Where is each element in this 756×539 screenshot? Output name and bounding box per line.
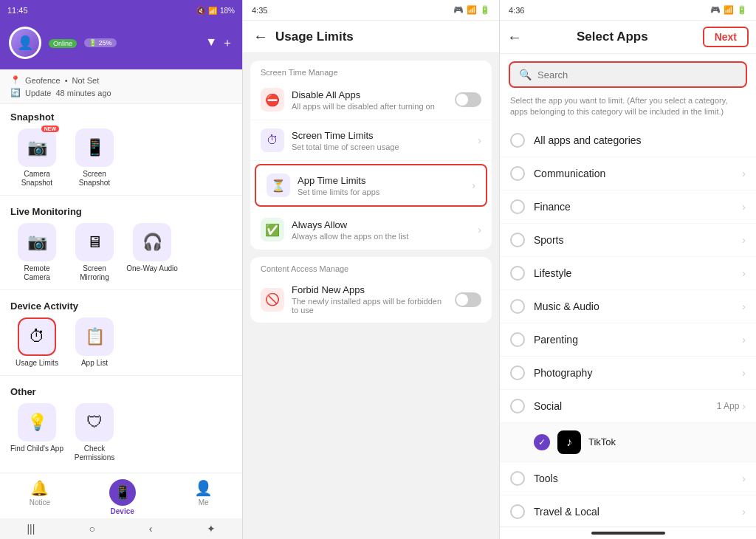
category-sports[interactable]: Sports ›: [500, 224, 756, 257]
app-list-icon: 📋: [85, 327, 105, 346]
battery-1: 18%: [220, 7, 235, 15]
expand-icon[interactable]: ▼: [205, 35, 217, 51]
sys-assist-btn[interactable]: ✦: [207, 523, 216, 535]
back-button-3[interactable]: ←: [507, 29, 522, 46]
time-3: 4:36: [509, 6, 524, 15]
category-music-audio[interactable]: Music & Audio ›: [500, 290, 756, 323]
audio-icon: 🎧: [142, 233, 162, 252]
forbid-new-apps-toggle[interactable]: [455, 292, 481, 307]
app-time-limits-row[interactable]: ⏳ App Time Limits Set time limits for ap…: [256, 165, 486, 205]
category-tools[interactable]: Tools ›: [500, 462, 756, 495]
other-title: Other: [10, 386, 232, 397]
back-button-2[interactable]: ←: [253, 28, 268, 45]
find-childs-icon-box: 💡: [18, 403, 56, 442]
category-parenting[interactable]: Parenting ›: [500, 323, 756, 357]
radio-finance: [510, 199, 525, 214]
disable-apps-sub: All apps will be disabled after turning …: [292, 102, 449, 111]
panel3-title: Select Apps: [522, 30, 703, 44]
screen-mirroring-icon: 🖥: [86, 233, 103, 252]
category-tools-label: Tools: [534, 473, 742, 484]
always-allow-row[interactable]: ✅ Always Allow Always allow the apps on …: [250, 210, 492, 250]
radio-tools: [510, 471, 525, 486]
geofence-row: 📍 Geofence • Not Set: [10, 74, 232, 86]
category-all[interactable]: All apps and categories: [500, 124, 756, 157]
app-time-limits-right: ›: [472, 179, 475, 191]
panel-middle: 4:35 🎮 📶 🔋 ← Usage Limits Screen Time Ma…: [242, 0, 499, 539]
sys-menu-btn[interactable]: |||: [27, 523, 35, 535]
tiktok-check: ✓: [534, 434, 550, 450]
screen-mirroring-item[interactable]: 🖥 Screen Mirroring: [68, 223, 121, 282]
usage-limits-item[interactable]: ⏱ Usage Limits: [10, 317, 63, 368]
divider-3: [0, 375, 242, 376]
screen-mirroring-label: Screen Mirroring: [68, 264, 121, 282]
screen-time-header: Screen Time Manage: [250, 61, 492, 80]
forbid-new-apps-row[interactable]: 🚫 Forbid New Apps The newly installed ap…: [250, 276, 492, 323]
remote-camera-item[interactable]: 📷 Remote Camera: [10, 223, 63, 282]
radio-travel-local: [510, 504, 525, 519]
geofence-icon: 📍: [10, 75, 21, 85]
tiktok-row[interactable]: ✓ ♪ TikTok: [500, 423, 756, 462]
app-list-label: App List: [81, 359, 108, 368]
panel-right: 4:36 🎮 📶 🔋 ← Select Apps Next 🔍 Select t…: [499, 0, 756, 539]
status-icons-3: 🎮 📶 🔋: [710, 5, 747, 15]
snapshot-grid: 📷 NEW Camera Snapshot 📱 Screen Snapshot: [10, 128, 232, 188]
search-box[interactable]: 🔍: [509, 61, 747, 88]
find-childs-app-item[interactable]: 💡 Find Child's App: [10, 403, 63, 462]
search-input[interactable]: [537, 69, 737, 80]
forbid-new-apps-right: [455, 292, 481, 307]
disable-apps-title: Disable All Apps: [292, 89, 449, 100]
geofence-value: Not Set: [72, 76, 100, 85]
snapshot-section: Snapshot 📷 NEW Camera Snapshot 📱 Screen …: [0, 104, 242, 192]
screen-time-limits-sub: Set total time of screen usage: [292, 143, 472, 151]
category-sports-label: Sports: [534, 234, 742, 246]
panel-left: 11:45 🔇 📶 18% 👤 Online 🔋 25% ▼ ＋ 📍 G: [0, 0, 242, 539]
avatar: 👤: [9, 27, 41, 59]
category-lifestyle-label: Lifestyle: [534, 267, 742, 279]
travel-local-chevron: ›: [742, 506, 746, 518]
app-time-limits-highlight: ⏳ App Time Limits Set time limits for ap…: [255, 164, 487, 207]
remote-camera-icon: 📷: [27, 233, 47, 252]
other-grid: 💡 Find Child's App 🛡 Check Permissions: [10, 403, 232, 462]
status-icons-2: 🎮 📶 🔋: [453, 5, 490, 15]
camera-snapshot-label: Camera Snapshot: [10, 170, 63, 188]
forbid-new-apps-text: Forbid New Apps The newly installed apps…: [292, 284, 449, 315]
camera-icon: 📷: [27, 138, 47, 157]
search-icon: 🔍: [519, 69, 532, 80]
category-communication[interactable]: Communication ›: [500, 157, 756, 190]
communication-chevron: ›: [742, 168, 746, 179]
radio-sports: [510, 233, 525, 247]
new-badge: NEW: [41, 126, 59, 132]
geofence-sep: •: [65, 76, 68, 85]
screen-snapshot-item[interactable]: 📱 Screen Snapshot: [68, 128, 121, 188]
next-button[interactable]: Next: [703, 27, 749, 47]
category-lifestyle[interactable]: Lifestyle ›: [500, 257, 756, 290]
one-way-audio-item[interactable]: 🎧 One-Way Audio: [126, 223, 179, 282]
screen-time-limits-row[interactable]: ⏱ Screen Time Limits Set total time of s…: [250, 120, 492, 161]
disable-apps-row[interactable]: ⛔ Disable All Apps All apps will be disa…: [250, 80, 492, 120]
remote-camera-label: Remote Camera: [10, 264, 63, 282]
category-finance[interactable]: Finance ›: [500, 190, 756, 224]
category-photography[interactable]: Photography ›: [500, 357, 756, 390]
camera-snapshot-item[interactable]: 📷 NEW Camera Snapshot: [10, 128, 63, 188]
radio-lifestyle: [510, 266, 525, 281]
category-travel-local[interactable]: Travel & Local ›: [500, 495, 756, 526]
category-photography-label: Photography: [534, 367, 742, 379]
disable-apps-right: [455, 92, 481, 107]
nav-me[interactable]: 👤 Me: [194, 479, 213, 515]
category-social[interactable]: Social 1 App ›: [500, 390, 756, 423]
status-bar-1: 11:45 🔇 📶 18%: [0, 0, 242, 21]
app-list-item[interactable]: 📋 App List: [68, 317, 121, 368]
radio-parenting: [510, 332, 525, 347]
sys-back-btn[interactable]: ‹: [149, 523, 153, 535]
add-icon[interactable]: ＋: [221, 35, 233, 51]
social-chevron: ›: [742, 400, 746, 412]
nav-notice[interactable]: 🔔 Notice: [30, 479, 50, 515]
check-permissions-item[interactable]: 🛡 Check Permissions: [68, 403, 121, 462]
always-allow-right: ›: [478, 224, 481, 236]
category-music-audio-label: Music & Audio: [534, 301, 742, 312]
camera-snapshot-icon-box: 📷 NEW: [18, 128, 56, 167]
sys-home-btn[interactable]: ○: [89, 523, 94, 535]
nav-device[interactable]: 📱 Device: [109, 479, 136, 515]
disable-apps-toggle[interactable]: [455, 92, 481, 107]
one-way-audio-label: One-Way Audio: [126, 264, 178, 273]
